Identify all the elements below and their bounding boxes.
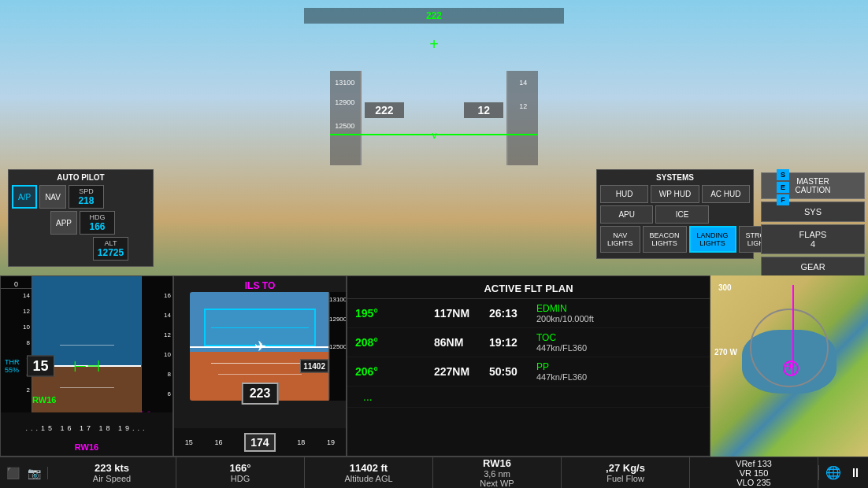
status-bar-left-icons: ⬛ 📷 (0, 467, 48, 479)
ap-button[interactable]: A/P (12, 185, 37, 209)
flt-wp-3: PP (536, 361, 702, 372)
nav-button[interactable]: NAV (39, 185, 66, 209)
hdg-bottom-value: RW16 (75, 442, 98, 452)
map-label-300: 300 (718, 283, 732, 292)
flt-spd-alt-3: 447kn/FL360 (536, 372, 702, 382)
pause-icon[interactable]: ⏸ (849, 466, 862, 480)
hud-flight-path-vector: ∨ (431, 130, 438, 141)
map-panel-container: 300 270 W ✈ (710, 275, 868, 457)
monitor-icon[interactable]: ⬛ (6, 467, 20, 479)
aircraft-symbol: ⊢⊣ (73, 357, 100, 375)
status-next-wp: RW16 3,6 nm Next WP (433, 457, 562, 488)
status-bar-right-icons: 🌐 ⏸ (818, 465, 868, 480)
status-bar: ⬛ 📷 223 kts Air Speed 166° HDG 11402 ft … (0, 457, 868, 488)
ac-hud-button[interactable]: AC HUD (702, 185, 750, 203)
sef-box: S E F (777, 169, 789, 205)
hud-crosshair (429, 35, 439, 54)
apu-button[interactable]: APU (600, 205, 653, 224)
camera-icon[interactable]: 📷 (28, 467, 41, 479)
hdg-compass: ...15 16 17 18 19... RW16 (1, 412, 172, 456)
pitch-line (60, 345, 114, 346)
autopilot-title: AUTO PILOT (12, 173, 150, 182)
ils-alt-readout: 11402 (300, 360, 328, 373)
hud-scale-left: 13100 12900 12500 (330, 71, 362, 165)
hud-heading-tape: 222 (304, 8, 565, 24)
flt-bearing-2: 208° (355, 336, 402, 349)
flt-bearing-1: 195° (355, 307, 402, 320)
sef-f: F (777, 194, 789, 205)
map-aircraft-icon: ✈ (785, 359, 795, 374)
flt-ellipsis: ... (355, 390, 373, 403)
ils-pitch-line (211, 363, 310, 364)
flt-wp-1: EDMIN (536, 303, 702, 314)
globe-icon[interactable]: 🌐 (825, 465, 841, 480)
flight-plan-title: ACTIVE FLT PLAN (347, 276, 710, 299)
status-vref: VRef 133 VR 150 VLO 235 (690, 457, 818, 488)
flt-dist-1: 117NM (434, 307, 489, 320)
flt-wp-2: TOC (536, 332, 702, 343)
flt-plan-row-2: 208° 86NM 19:12 TOC 447kn/FL360 (347, 328, 710, 357)
flt-time-1: 26:13 (489, 307, 536, 320)
sef-s: S (777, 169, 789, 180)
alt-box: ALT 12725 (93, 237, 128, 261)
ils-pitch-line2 (218, 374, 302, 375)
flt-dist-3: 227NM (434, 365, 489, 378)
hud-button[interactable]: HUD (600, 185, 648, 203)
autopilot-panel: AUTO PILOT A/P NAV SPD 218 APP HDG 166 A… (8, 169, 154, 267)
hud-heading-value: 222 (426, 10, 442, 21)
flt-spd-alt-1: 200kn/10.000ft (536, 314, 702, 323)
ils-panel: ILS TO ✈ 223 13100 12900 12500 (173, 275, 347, 457)
hud-speed-box: 222 (365, 102, 404, 118)
flaps-button[interactable]: FLAPS 4 (761, 224, 865, 254)
flt-bearing-3: 206° (355, 365, 402, 378)
flt-spd-alt-2: 447kn/FL360 (536, 343, 702, 353)
ils-hdg-bottom: 174 (244, 433, 275, 452)
hud-alt-box: 12 (464, 102, 503, 118)
landing-lights-button[interactable]: LANDINGLIGHTS (689, 226, 736, 253)
ils-heading-box: 223 (242, 383, 279, 405)
pitch-line (60, 387, 114, 388)
status-hdg: 166° HDG (176, 457, 305, 488)
wp-hud-button[interactable]: WP HUD (651, 185, 699, 203)
status-fuel-flow: ,27 Kg/s Fuel Flow (562, 457, 690, 488)
sef-e: E (777, 182, 789, 193)
systems-panel: SYSTEMS HUD WP HUD AC HUD APU ICE NAVLIG… (596, 169, 754, 259)
ils-title: ILS TO (174, 280, 346, 291)
flt-time-2: 19:12 (489, 336, 536, 349)
ice-button[interactable]: ICE (655, 205, 708, 224)
ai-sky (32, 276, 141, 366)
ils-inner-line (211, 327, 310, 328)
spd-box: SPD 218 (69, 185, 104, 209)
systems-title: SYSTEMS (600, 173, 750, 182)
flt-dist-2: 86NM (434, 336, 489, 349)
flt-time-3: 50:50 (489, 365, 536, 378)
panels-row: 0 14 12 10 8 6 4 2 ⊢⊣ 15 THR 55% (0, 275, 868, 457)
app-button[interactable]: APP (50, 211, 77, 235)
map-label-270: 270 W (714, 348, 737, 357)
flt-plan-row-3: 206° 227NM 50:50 PP 447kn/FL360 (347, 357, 710, 386)
waypoint-label: RW16 (32, 395, 56, 405)
status-altitude: 11402 ft Altitude AGL (305, 457, 433, 488)
thr-indicator: THR 55% (5, 358, 20, 374)
speed-readout: 15 (27, 356, 54, 377)
hud-scale-right: 14 12 (506, 71, 538, 165)
ils-aircraft-symbol: ✈ (254, 338, 266, 355)
ils-hdg-tape: 15 16 174 18 19 (174, 428, 346, 456)
nav-lights-button[interactable]: NAVLIGHTS (600, 226, 640, 253)
status-airspeed: 223 kts Air Speed (48, 457, 176, 488)
flt-plan-row-ellipsis: ... (347, 386, 710, 408)
hdg-box: HDG 166 (80, 211, 115, 235)
speed-attitude-panel: 0 14 12 10 8 6 4 2 ⊢⊣ 15 THR 55% (0, 275, 173, 457)
ils-alt-tape: 13100 12900 12500 (328, 292, 346, 401)
flt-plan-row-1: 195° 117NM 26:13 EDMIN 200kn/10.000ft (347, 299, 710, 328)
beacon-lights-button[interactable]: BEACONLIGHTS (643, 226, 687, 253)
flight-plan-panel: ACTIVE FLT PLAN 195° 117NM 26:13 EDMIN 2… (347, 275, 710, 457)
